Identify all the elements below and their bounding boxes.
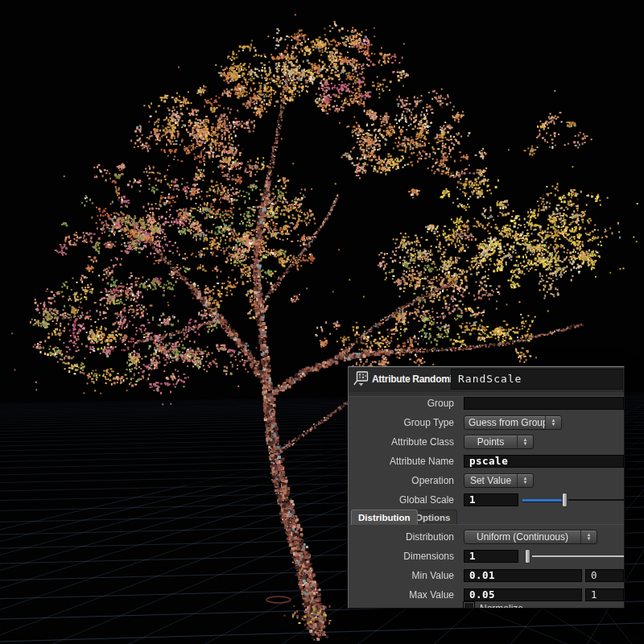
tab-distribution[interactable]: Distribution: [351, 510, 418, 525]
max-value-label: Max Value: [349, 588, 454, 601]
global-scale-slider-handle[interactable]: [562, 493, 568, 507]
attribute-name-input[interactable]: pscale: [464, 455, 624, 468]
spinner-icon[interactable]: ▲ ▼: [580, 530, 597, 543]
spinner-down-icon[interactable]: ▼: [551, 423, 556, 427]
attribute-name-label: Attribute Name: [349, 455, 454, 468]
max-value-secondary-input[interactable]: 1: [585, 588, 624, 601]
spinner-down-icon[interactable]: ▼: [587, 537, 592, 541]
min-value-label: Min Value: [349, 569, 454, 582]
spinner-down-icon[interactable]: ▼: [523, 481, 528, 485]
operation-label: Operation: [349, 474, 454, 487]
operation-menu[interactable]: Set Value ▲ ▼: [464, 473, 534, 488]
chevron-down-icon: [359, 383, 364, 386]
spinner-down-icon[interactable]: ▼: [523, 442, 528, 446]
normalize-checkbox[interactable]: [464, 602, 474, 609]
panel-header: Attribute Randomize RandScale: [349, 367, 624, 393]
node-type-icon[interactable]: [353, 371, 369, 388]
group-type-label: Group Type: [349, 416, 454, 429]
global-scale-slider-track[interactable]: [568, 499, 624, 501]
group-input[interactable]: [464, 397, 624, 410]
dimensions-slider-handle[interactable]: [525, 549, 530, 564]
attribute-class-value: Points: [464, 436, 517, 448]
group-label: Group: [349, 397, 454, 410]
dimensions-label: Dimensions: [349, 550, 454, 563]
global-scale-slider-track-filled[interactable]: [522, 499, 563, 502]
dimensions-slider-track[interactable]: [532, 555, 624, 557]
spinner-icon[interactable]: ▲ ▼: [545, 416, 561, 429]
distribution-value: Uniform (Continuous): [464, 530, 580, 543]
global-scale-label: Global Scale: [349, 493, 454, 506]
distribution-label: Distribution: [349, 530, 454, 543]
global-scale-input[interactable]: 1: [464, 493, 518, 506]
group-type-menu[interactable]: Guess from Group ▲ ▼: [464, 415, 562, 430]
normalize-label: Normalize: [480, 602, 523, 609]
attribute-randomize-panel: Attribute Randomize RandScale Group Grou…: [348, 366, 625, 609]
min-value-secondary-input[interactable]: 0: [585, 569, 624, 582]
group-type-value: Guess from Group: [464, 416, 545, 429]
node-name-field[interactable]: RandScale: [451, 369, 623, 390]
max-value-input[interactable]: 0.05: [464, 588, 582, 601]
attribute-class-label: Attribute Class: [349, 436, 454, 448]
distribution-menu[interactable]: Uniform (Continuous) ▲ ▼: [464, 530, 597, 544]
panel-title: Attribute Randomize: [372, 367, 462, 392]
dimensions-input[interactable]: 1: [464, 550, 518, 563]
spinner-icon[interactable]: ▲ ▼: [517, 436, 533, 448]
attribute-class-menu[interactable]: Points ▲ ▼: [464, 435, 534, 449]
spinner-icon[interactable]: ▲ ▼: [517, 474, 533, 487]
min-value-input[interactable]: 0.01: [464, 569, 582, 582]
operation-value: Set Value: [464, 474, 517, 487]
houdini-viewport: Attribute Randomize RandScale Group Grou…: [0, 0, 644, 644]
